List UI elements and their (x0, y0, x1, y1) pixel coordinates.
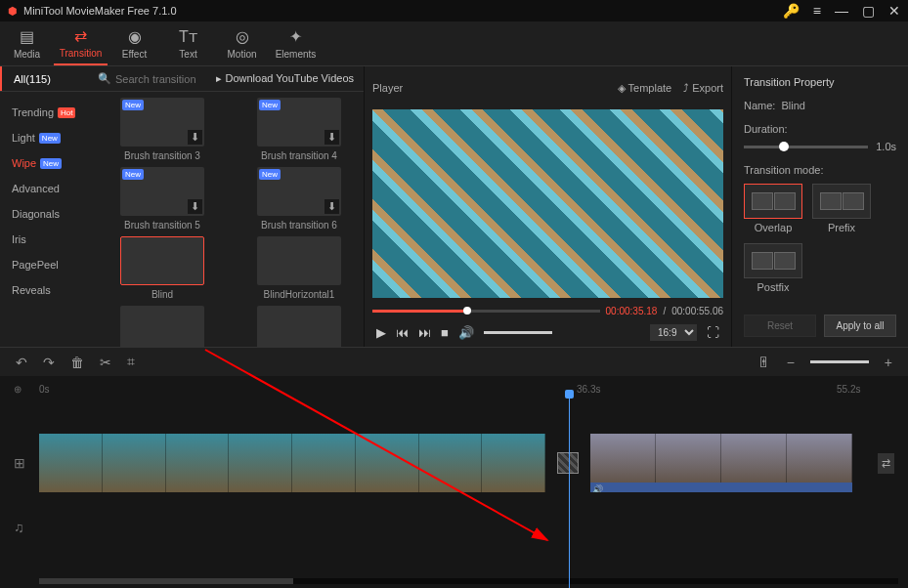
volume-slider[interactable] (484, 331, 552, 334)
play-button[interactable]: ▶ (376, 325, 386, 340)
audio-icon[interactable]: 🎚 (757, 355, 771, 370)
zoom-in-button[interactable]: + (885, 355, 892, 370)
prev-frame-button[interactable]: ⏮ (396, 325, 409, 340)
tab-transition[interactable]: ⇄Transition (54, 21, 108, 65)
reset-button[interactable]: Reset (744, 315, 816, 337)
effect-icon: ◉ (128, 27, 142, 46)
tab-text[interactable]: TᴛText (161, 21, 215, 65)
category-wipe[interactable]: WipeNew (0, 150, 98, 176)
seek-bar[interactable] (372, 310, 600, 313)
menu-icon[interactable]: ≡ (813, 4, 821, 18)
next-frame-button[interactable]: ⏭ (418, 325, 431, 340)
mode-overlap[interactable]: Overlap (744, 184, 802, 233)
motion-icon: ◎ (236, 27, 249, 46)
category-light[interactable]: LightNew (0, 125, 98, 150)
undo-button[interactable]: ↶ (16, 355, 27, 370)
download-icon[interactable]: ⬇ (188, 130, 202, 145)
search-input[interactable]: 🔍 Search transition (98, 72, 206, 85)
category-trending[interactable]: TrendingHot (0, 100, 98, 125)
delete-button[interactable]: 🗑 (70, 355, 84, 370)
template-icon: ◈ (618, 82, 626, 95)
transition-thumb[interactable] (240, 306, 358, 347)
video-preview (372, 109, 723, 298)
transition-thumb[interactable] (104, 306, 221, 347)
redo-button[interactable]: ↷ (43, 355, 55, 370)
video-clip-1[interactable] (39, 434, 545, 492)
volume-icon[interactable]: 🔊 (458, 325, 474, 340)
split-button[interactable]: ✂ (100, 355, 111, 370)
duration-label: Duration: (744, 123, 896, 135)
text-icon: Tᴛ (179, 27, 197, 46)
transition-thumb[interactable]: New⬇Brush transition 5 (104, 167, 221, 231)
tab-media[interactable]: ▤Media (0, 21, 54, 65)
download-icon[interactable]: ⬇ (188, 199, 202, 214)
tab-effect[interactable]: ◉Effect (108, 21, 161, 65)
video-track-icon: ⊞ (14, 455, 25, 471)
export-icon: ⤴ (683, 82, 689, 94)
transition-icon: ⇄ (74, 26, 87, 45)
download-icon[interactable]: ⬇ (324, 199, 339, 214)
current-time: 00:00:35.18 (606, 306, 658, 316)
category-advanced[interactable]: Advanced (0, 176, 98, 201)
name-value: Blind (781, 100, 804, 111)
stop-button[interactable]: ■ (441, 325, 449, 340)
zoom-out-button[interactable]: − (787, 355, 795, 370)
maximize-icon[interactable]: ▢ (862, 4, 875, 18)
zoom-slider[interactable] (810, 360, 869, 363)
tab-motion[interactable]: ◎Motion (215, 21, 269, 65)
app-logo: ⬢ (8, 5, 18, 18)
add-track-icon[interactable]: ⊕ (14, 384, 22, 395)
close-icon[interactable]: ✕ (888, 4, 900, 18)
all-filter[interactable]: All(115) (0, 66, 98, 91)
download-youtube-link[interactable]: ▸ Download YouTube Videos (206, 72, 364, 85)
search-icon: 🔍 (98, 72, 111, 85)
name-label: Name: (744, 100, 775, 111)
player-title: Player (372, 82, 403, 94)
apply-all-button[interactable]: Apply to all (824, 315, 896, 337)
crop-button[interactable]: ⌗ (127, 354, 135, 370)
category-pagepeel[interactable]: PagePeel (0, 252, 98, 277)
download-icon[interactable]: ⬇ (324, 130, 339, 145)
template-button[interactable]: ◈Template (618, 82, 672, 95)
transition-thumb[interactable]: New⬇Brush transition 3 (104, 98, 221, 161)
audio-icon: 🔊 (590, 484, 603, 492)
mode-prefix[interactable]: Prefix (812, 184, 871, 233)
category-reveals[interactable]: Reveals (0, 277, 98, 303)
mode-postfix[interactable]: Postfix (744, 243, 802, 293)
app-title: MiniTool MovieMaker Free 7.1.0 (23, 5, 783, 17)
transition-thumb[interactable]: Blind (104, 236, 221, 300)
total-time: 00:00:55.06 (671, 306, 723, 316)
media-icon: ▤ (20, 27, 34, 46)
timeline-ruler[interactable]: ⊕ 0s 36.3s 55.2s (0, 376, 908, 401)
timeline-scrollbar[interactable] (39, 578, 898, 584)
playhead[interactable] (569, 396, 570, 588)
swap-icon[interactable]: ⇄ (878, 453, 894, 474)
youtube-icon: ▸ (216, 72, 222, 84)
transition-drop-zone[interactable] (557, 452, 579, 474)
transition-thumb[interactable]: BlindHorizontal1 (240, 236, 358, 300)
mode-label: Transition mode: (744, 164, 896, 176)
duration-slider[interactable] (744, 146, 868, 148)
transition-thumb[interactable]: New⬇Brush transition 6 (240, 167, 358, 231)
transition-thumb[interactable]: New⬇Brush transition 4 (240, 98, 358, 161)
fullscreen-button[interactable]: ⛶ (707, 325, 719, 340)
category-diagonals[interactable]: Diagonals (0, 201, 98, 227)
key-icon[interactable]: 🔑 (783, 4, 800, 18)
duration-value: 1.0s (876, 141, 896, 152)
category-iris[interactable]: Iris (0, 227, 98, 252)
aspect-select[interactable]: 16:9 (650, 324, 697, 341)
tab-elements[interactable]: ✦Elements (269, 21, 323, 65)
audio-track-icon: ♫ (14, 520, 24, 535)
elements-icon: ✦ (289, 27, 302, 46)
export-button[interactable]: ⤴Export (683, 82, 723, 95)
video-clip-2[interactable]: 🔊 (590, 434, 852, 492)
minimize-icon[interactable]: — (835, 4, 848, 18)
property-header: Transition Property (744, 76, 896, 88)
